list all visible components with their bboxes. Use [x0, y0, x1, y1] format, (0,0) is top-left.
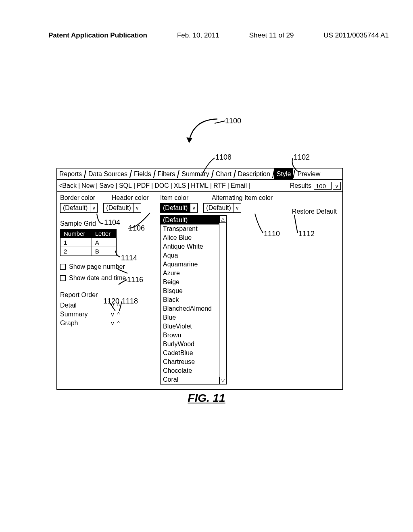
- scroll-down-icon[interactable]: ▽: [219, 377, 226, 384]
- results-label: Results: [290, 182, 311, 189]
- color-option[interactable]: Aquamarine: [161, 260, 219, 269]
- svg-marker-0: [186, 137, 192, 143]
- table-row: 1 A: [60, 238, 117, 247]
- tab-data-sources[interactable]: Data Sources: [86, 168, 130, 180]
- chevron-down-icon: v: [133, 204, 141, 212]
- scroll-up-icon[interactable]: △: [219, 216, 226, 223]
- doc-number: US 2011/0035744 A1: [323, 31, 389, 39]
- grid-header: Letter: [92, 229, 116, 238]
- tab-chart[interactable]: Chart: [213, 168, 234, 180]
- order-updown-control[interactable]: v ^: [111, 311, 121, 318]
- arrow-to-window-icon: [173, 117, 230, 143]
- tab-fields[interactable]: Fields: [131, 168, 154, 180]
- app-window: ReportsData SourcesFieldsFiltersSummaryC…: [56, 168, 343, 390]
- chevron-down-icon: v: [234, 204, 241, 212]
- action-new[interactable]: New: [81, 182, 94, 189]
- action-xls[interactable]: XLS: [174, 182, 186, 189]
- action-email[interactable]: Email: [231, 182, 247, 189]
- color-option[interactable]: Coral: [161, 375, 219, 384]
- figure-caption: FIG. 11: [0, 392, 413, 405]
- restore-default-button[interactable]: Restore Default: [292, 208, 337, 215]
- results-input[interactable]: 100: [314, 182, 332, 190]
- color-option[interactable]: Black: [161, 295, 219, 304]
- border-color-select[interactable]: (Default) v: [60, 203, 98, 213]
- action-rtf[interactable]: RTF: [213, 182, 226, 189]
- order-updown-control[interactable]: v ^: [111, 320, 121, 326]
- style-panel: Border color Header color (Default) v (D…: [57, 192, 342, 384]
- order-row: Detailv ^: [60, 301, 121, 310]
- page-header: Patent Application Publication Feb. 10, …: [48, 31, 389, 39]
- action-sql[interactable]: SQL: [119, 182, 132, 189]
- publication-date: Feb. 10, 2011: [177, 31, 219, 39]
- color-option[interactable]: BurlyWood: [161, 340, 219, 349]
- tab-filters[interactable]: Filters: [155, 168, 178, 180]
- show-page-checkbox[interactable]: [60, 264, 66, 270]
- color-option[interactable]: Azure: [161, 269, 219, 278]
- show-page-label: Show page number: [69, 263, 125, 270]
- callout-1100: 1100: [225, 117, 241, 125]
- tab-description[interactable]: Description: [236, 168, 273, 180]
- border-color-label: Border color: [60, 194, 100, 202]
- order-updown-control[interactable]: v ^: [111, 302, 121, 309]
- color-option[interactable]: Transparent: [161, 224, 219, 233]
- color-option[interactable]: Blue: [161, 313, 219, 322]
- color-option[interactable]: BlanchedAlmond: [161, 304, 219, 313]
- color-option[interactable]: (Default): [161, 216, 219, 224]
- callout-1102: 1102: [294, 153, 310, 162]
- order-row: Summaryv ^: [60, 310, 121, 319]
- action-html[interactable]: HTML: [191, 182, 209, 189]
- order-row: Graphv ^: [60, 319, 121, 328]
- item-color-select[interactable]: (Default) v: [160, 203, 198, 213]
- color-option[interactable]: Antique White: [161, 242, 219, 251]
- alt-item-color-select[interactable]: (Default) v: [203, 203, 241, 213]
- color-option[interactable]: Bisque: [161, 287, 219, 295]
- color-option[interactable]: Alice Blue: [161, 233, 219, 242]
- table-row: 2 B: [60, 247, 117, 256]
- sample-grid-label: Sample Grid: [60, 220, 153, 227]
- action-bar: <Back|New|Save|SQL|PDF|DOC|XLS|HTML|RTF|…: [57, 180, 342, 192]
- color-option[interactable]: Chartreuse: [161, 357, 219, 366]
- report-order-label: Report Order: [60, 291, 153, 299]
- callout-1108: 1108: [215, 153, 232, 162]
- results-dropdown-icon[interactable]: v: [333, 182, 341, 190]
- tab-bar: ReportsData SourcesFieldsFiltersSummaryC…: [57, 168, 342, 180]
- tab-reports[interactable]: Reports: [57, 168, 84, 180]
- scrollbar[interactable]: △ ▽: [219, 216, 226, 384]
- action-back[interactable]: <Back: [58, 182, 77, 189]
- sheet-number: Sheet 11 of 29: [249, 31, 294, 39]
- header-color-select[interactable]: (Default) v: [103, 203, 141, 213]
- item-color-label: Item color: [160, 194, 200, 202]
- tab-summary[interactable]: Summary: [179, 168, 211, 180]
- tab-style[interactable]: Style: [274, 168, 294, 180]
- chevron-down-icon: v: [190, 204, 197, 212]
- color-option[interactable]: Beige: [161, 278, 219, 287]
- tab-preview[interactable]: Preview: [295, 168, 323, 180]
- show-date-checkbox[interactable]: [60, 275, 66, 281]
- action-save[interactable]: Save: [99, 182, 114, 189]
- header-color-label: Header color: [112, 194, 152, 202]
- action-doc[interactable]: DOC: [154, 182, 169, 189]
- color-option[interactable]: Aqua: [161, 251, 219, 260]
- color-option[interactable]: Chocolate: [161, 366, 219, 375]
- color-option[interactable]: CadetBlue: [161, 349, 219, 357]
- sample-grid: Number Letter 1 A 2 B: [60, 229, 117, 256]
- alt-item-color-label: Alternating Item color: [212, 194, 280, 202]
- color-dropdown-list: (Default)TransparentAlice BlueAntique Wh…: [160, 215, 227, 384]
- action-pdf[interactable]: PDF: [137, 182, 150, 189]
- publication-label: Patent Application Publication: [48, 31, 147, 39]
- color-option[interactable]: BlueViolet: [161, 322, 219, 331]
- chevron-down-icon: v: [90, 204, 97, 212]
- show-date-label: Show date and time: [69, 274, 126, 282]
- color-option[interactable]: Brown: [161, 331, 219, 340]
- grid-header: Number: [60, 229, 92, 238]
